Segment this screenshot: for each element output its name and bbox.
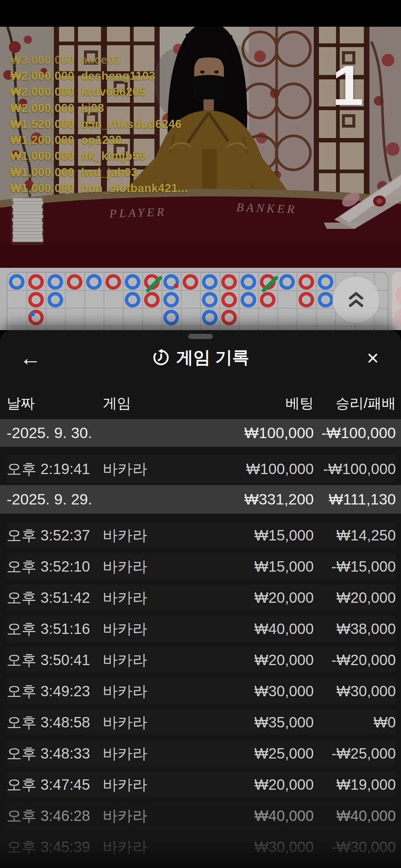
- row-time: 오후 3:51:42: [7, 588, 103, 608]
- banker-result-marker: [144, 292, 160, 308]
- group-winloss-total: ₩111,130: [314, 491, 396, 508]
- player-result-marker: [241, 292, 256, 308]
- bet-overlay: ₩3,000,000aace03₩2,000,000desheng1103₩2,…: [10, 52, 188, 197]
- bet-entry: ₩1,520,000b5n_rhksdud6246: [10, 116, 188, 132]
- row-winloss: -₩100,000: [314, 461, 396, 477]
- row-bet: ₩25,000: [199, 745, 314, 762]
- bet-entry: ₩1,200,000op1230: [10, 132, 188, 148]
- row-game: 바카라: [103, 775, 199, 795]
- row-bet: ₩35,000: [199, 714, 314, 731]
- row-game: 바카라: [103, 556, 199, 577]
- history-row[interactable]: 오후 3:47:45바카라₩20,000₩19,000: [0, 769, 401, 800]
- bet-entry: ₩3,000,000aace03: [10, 52, 188, 68]
- bet-entry: ₩1,000,000lwd_jah03: [10, 164, 188, 180]
- table-number-overlay: 1: [326, 57, 370, 114]
- history-row[interactable]: 오후 3:50:41바카라₩20,000-₩20,000: [0, 644, 401, 675]
- bet-username: op1230: [81, 134, 122, 147]
- row-time: 오후 3:48:33: [7, 743, 103, 764]
- banker-result-marker: [299, 292, 314, 308]
- history-table-header: 날짜 게임 베팅 승리/패배: [0, 388, 401, 419]
- banker-result-marker: [221, 292, 237, 308]
- row-game: 바카라: [103, 837, 199, 857]
- group-date: -2025. 9. 30.: [7, 424, 199, 442]
- bet-username: lwd_jah03: [81, 166, 138, 179]
- history-icon: [152, 348, 170, 367]
- row-time: 오후 3:49:23: [7, 681, 103, 701]
- back-button[interactable]: ←: [15, 341, 46, 375]
- history-row[interactable]: 오후 3:46:28바카라₩40,000₩40,000: [0, 800, 401, 831]
- player-pair-dot: [30, 312, 35, 316]
- banker-result-marker: [221, 274, 237, 290]
- row-bet: ₩40,000: [199, 808, 314, 824]
- history-list[interactable]: -2025. 9. 30.₩100,000-₩100,000오후 2:19:41…: [0, 419, 401, 868]
- banker-result-marker: [260, 292, 276, 308]
- column-header-bet: 베팅: [199, 394, 314, 413]
- history-row[interactable]: 오후 3:51:42바카라₩20,000₩20,000: [0, 582, 401, 613]
- row-game: 바카라: [103, 588, 199, 608]
- row-winloss: ₩20,000: [314, 589, 396, 606]
- bet-entry: ₩2,000,000kj08: [10, 100, 188, 116]
- bet-amount: ₩2,000,000: [10, 85, 74, 99]
- row-time: 오후 3:52:37: [7, 525, 103, 546]
- history-row[interactable]: 오후 3:52:37바카라₩15,000₩14,250: [0, 514, 401, 551]
- game-history-modal: ← 게임 기록 × 날짜 게임 베팅 승리/패배 -2025. 9. 30.₩1…: [0, 330, 401, 868]
- banker-pair-dot: [174, 283, 179, 288]
- row-winloss: ₩0: [314, 714, 396, 731]
- column-header-date: 날짜: [7, 394, 103, 413]
- history-row[interactable]: 오후 2:19:41바카라₩100,000-₩100,000: [0, 447, 401, 485]
- player-result-marker: [202, 292, 218, 308]
- row-bet: ₩30,000: [199, 683, 314, 700]
- history-row[interactable]: 오후 3:49:23바카라₩30,000₩30,000: [0, 675, 401, 707]
- bet-amount: ₩1,000,000: [10, 166, 74, 179]
- collapse-scoreboard-button[interactable]: [333, 276, 379, 323]
- row-time: 오후 3:52:10: [7, 556, 103, 577]
- row-time: 오후 3:46:28: [7, 806, 103, 826]
- row-winloss: ₩40,000: [314, 808, 396, 824]
- row-winloss: ₩30,000: [314, 683, 396, 700]
- row-game: 바카라: [103, 712, 199, 733]
- close-button[interactable]: ×: [357, 341, 388, 375]
- bet-username: nk_kimjb59: [81, 149, 146, 163]
- status-bar: [0, 0, 401, 27]
- row-bet: ₩100,000: [199, 461, 314, 477]
- date-group-row[interactable]: -2025. 9. 29.₩331,200₩111,130: [0, 485, 401, 514]
- tie-marker: [261, 275, 279, 293]
- column-header-game: 게임: [103, 394, 199, 413]
- group-bet-total: ₩331,200: [199, 491, 314, 508]
- banker-result-marker: [28, 310, 44, 325]
- row-game: 바카라: [103, 681, 199, 701]
- banker-result-marker: [260, 274, 276, 290]
- row-game: 바카라: [103, 650, 199, 670]
- bet-username: aace03: [81, 53, 120, 67]
- app-screen: PLAYER BANKER: [0, 0, 401, 868]
- row-time: 오후 2:19:41: [7, 459, 103, 479]
- row-winloss: ₩38,000: [314, 621, 396, 637]
- scoreboard-strip: [0, 268, 401, 330]
- row-winloss: -₩30,000: [314, 839, 396, 855]
- drag-handle[interactable]: [188, 334, 213, 339]
- group-date: -2025. 9. 29.: [7, 491, 199, 508]
- row-game: 바카라: [103, 525, 199, 546]
- history-row[interactable]: 오후 3:45:39바카라₩30,000-₩30,000: [0, 831, 401, 862]
- row-time: 오후 3:47:45: [7, 775, 103, 795]
- bet-entry: ₩2,000,000desheng1103: [10, 68, 188, 84]
- double-chevron-up-icon: [343, 287, 369, 313]
- banker-result-marker: [221, 310, 237, 325]
- player-result-marker: [202, 274, 218, 290]
- date-group-row[interactable]: -2025. 9. 30.₩100,000-₩100,000: [0, 419, 401, 447]
- banker-result-marker: [28, 292, 44, 308]
- history-row[interactable]: 오후 3:48:58바카라₩35,000₩0: [0, 707, 401, 738]
- row-game: 바카라: [103, 743, 199, 764]
- row-game: 바카라: [103, 806, 199, 826]
- row-bet: ₩30,000: [199, 839, 314, 855]
- column-header-winloss: 승리/패배: [314, 394, 396, 413]
- history-row[interactable]: 오후 3:52:10바카라₩15,000-₩15,000: [0, 551, 401, 582]
- bet-username: b5n_rhksdud6246: [81, 118, 182, 131]
- row-winloss: -₩15,000: [314, 558, 396, 575]
- history-row[interactable]: 오후 3:51:16바카라₩40,000₩38,000: [0, 613, 401, 644]
- history-row[interactable]: 오후 3:48:33바카라₩25,000-₩25,000: [0, 738, 401, 769]
- row-winloss: -₩25,000: [314, 745, 396, 762]
- player-result-marker: [318, 274, 333, 290]
- bet-amount: ₩1,000,000: [10, 182, 74, 195]
- row-time: 오후 3:45:39: [7, 837, 103, 857]
